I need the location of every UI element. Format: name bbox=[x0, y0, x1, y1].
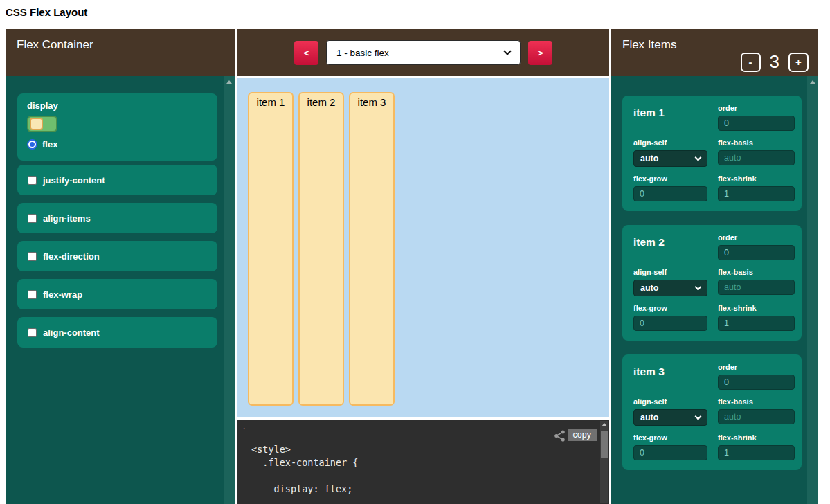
chevron-down-icon bbox=[503, 47, 511, 55]
align-self-value: auto bbox=[640, 154, 658, 163]
flex-shrink-label: flex-shrink bbox=[718, 304, 795, 312]
display-label: display bbox=[27, 100, 208, 111]
flex-preview-item-1: item 1 bbox=[248, 92, 294, 406]
display-radio-row: flex bbox=[27, 139, 208, 150]
code-text: <style> .flex-container { display: flex; bbox=[251, 443, 358, 496]
flex-items-panel-header: Flex Items - 3 + bbox=[611, 29, 818, 76]
item-count-value: 3 bbox=[770, 51, 779, 73]
code-panel: . copy <style> .flex-container { display… bbox=[237, 420, 609, 504]
flex-basis-label: flex-basis bbox=[718, 397, 795, 406]
flex-container-panel-body: display flex justify-content align-items bbox=[6, 76, 235, 504]
flex-grow-field: flex-grow bbox=[633, 433, 707, 460]
flex-container-panel-header: Flex Container bbox=[6, 29, 235, 76]
flex-preview-container: item 1 item 2 item 3 bbox=[237, 78, 609, 417]
justify-content-label: justify-content bbox=[43, 175, 105, 186]
decrease-items-button[interactable]: - bbox=[741, 53, 761, 72]
scroll-up-icon bbox=[810, 80, 815, 84]
order-field: order bbox=[718, 363, 795, 390]
flex-grow-input[interactable] bbox=[633, 445, 707, 460]
flex-direction-checkbox[interactable] bbox=[28, 252, 37, 261]
flex-items-panel: Flex Items - 3 + item 1 order align-self… bbox=[611, 29, 818, 504]
flex-basis-field: flex-basis bbox=[718, 397, 795, 426]
flex-radio[interactable] bbox=[27, 139, 37, 150]
flex-grow-field: flex-grow bbox=[633, 174, 707, 201]
flex-basis-input[interactable] bbox=[718, 150, 795, 165]
align-content-checkbox[interactable] bbox=[28, 328, 37, 337]
chevron-down-icon bbox=[695, 154, 702, 161]
align-self-field: align-self auto bbox=[633, 138, 707, 167]
flex-preview-item-3: item 3 bbox=[349, 92, 395, 406]
item-card-2: item 2 order align-self auto flex-basis bbox=[622, 225, 802, 341]
flex-grow-input[interactable] bbox=[633, 316, 707, 331]
flex-shrink-field: flex-shrink bbox=[718, 174, 795, 201]
display-toggle-knob bbox=[30, 118, 43, 130]
code-scrollbar[interactable] bbox=[600, 421, 608, 503]
item-card-title: item 1 bbox=[633, 104, 707, 131]
flex-shrink-input[interactable] bbox=[718, 186, 795, 201]
align-self-value: auto bbox=[640, 283, 658, 293]
increase-items-button[interactable]: + bbox=[788, 53, 809, 72]
align-self-field: align-self auto bbox=[633, 268, 707, 296]
flex-shrink-label: flex-shrink bbox=[718, 174, 795, 183]
flex-basis-input[interactable] bbox=[718, 409, 795, 424]
chevron-down-icon bbox=[695, 283, 702, 290]
flex-wrap-card: flex-wrap bbox=[17, 279, 217, 309]
page-title: CSS Flex Layout bbox=[6, 6, 87, 18]
share-icon[interactable] bbox=[553, 429, 566, 442]
justify-content-checkbox[interactable] bbox=[28, 176, 37, 185]
example-select[interactable]: 1 - basic flex bbox=[326, 40, 521, 65]
flex-basis-field: flex-basis bbox=[718, 268, 795, 296]
app: CSS Flex Layout Flex Container display f… bbox=[0, 0, 830, 504]
flex-direction-card: flex-direction bbox=[17, 241, 217, 271]
flex-shrink-field: flex-shrink bbox=[718, 304, 795, 331]
flex-items-panel-title: Flex Items bbox=[622, 38, 676, 52]
flex-basis-label: flex-basis bbox=[718, 138, 795, 147]
code-caret-dot: . bbox=[243, 422, 245, 431]
item-count-control: - 3 + bbox=[741, 51, 809, 73]
flex-basis-label: flex-basis bbox=[718, 268, 795, 276]
order-label: order bbox=[718, 363, 795, 371]
flex-grow-label: flex-grow bbox=[633, 304, 707, 312]
order-input[interactable] bbox=[718, 245, 795, 260]
flex-basis-input[interactable] bbox=[718, 280, 795, 295]
flex-container-panel-title: Flex Container bbox=[17, 38, 93, 52]
flex-shrink-field: flex-shrink bbox=[718, 433, 795, 460]
align-content-card: align-content bbox=[17, 317, 217, 348]
flex-items-panel-body: item 1 order align-self auto flex-basis bbox=[611, 76, 818, 504]
flex-wrap-checkbox[interactable] bbox=[28, 290, 37, 299]
align-self-label: align-self bbox=[633, 397, 707, 406]
order-input[interactable] bbox=[718, 375, 795, 390]
flex-grow-label: flex-grow bbox=[633, 433, 707, 442]
flex-radio-label: flex bbox=[42, 139, 57, 150]
flex-preview-item-2: item 2 bbox=[298, 92, 344, 406]
prev-example-button[interactable]: < bbox=[294, 41, 318, 65]
next-example-button[interactable]: > bbox=[528, 41, 552, 65]
flex-items-scrollbar[interactable] bbox=[807, 76, 818, 504]
align-items-checkbox[interactable] bbox=[28, 214, 37, 223]
align-self-field: align-self auto bbox=[633, 397, 707, 426]
flex-shrink-label: flex-shrink bbox=[718, 433, 795, 442]
copy-button[interactable]: copy bbox=[568, 429, 597, 441]
align-items-label: align-items bbox=[43, 213, 91, 224]
display-toggle[interactable] bbox=[27, 116, 57, 132]
flex-container-panel: Flex Container display flex justify-cont… bbox=[6, 29, 235, 504]
align-self-label: align-self bbox=[633, 138, 707, 147]
flex-wrap-label: flex-wrap bbox=[43, 289, 82, 300]
flex-grow-input[interactable] bbox=[633, 186, 707, 201]
scrollbar-thumb[interactable] bbox=[601, 431, 608, 458]
flex-shrink-input[interactable] bbox=[718, 316, 795, 331]
align-self-select[interactable]: auto bbox=[633, 150, 707, 167]
align-self-select[interactable]: auto bbox=[633, 280, 707, 296]
item-card-3: item 3 order align-self auto flex-basis bbox=[622, 354, 802, 470]
flex-container-scrollbar[interactable] bbox=[224, 76, 235, 504]
align-self-value: auto bbox=[640, 413, 658, 422]
order-input[interactable] bbox=[718, 116, 795, 131]
order-label: order bbox=[718, 104, 795, 112]
order-label: order bbox=[718, 233, 795, 242]
scroll-up-icon bbox=[226, 80, 232, 84]
flex-basis-field: flex-basis bbox=[718, 138, 795, 167]
flex-shrink-input[interactable] bbox=[718, 445, 795, 460]
align-self-select[interactable]: auto bbox=[633, 409, 707, 426]
order-field: order bbox=[718, 104, 795, 131]
order-field: order bbox=[718, 233, 795, 260]
